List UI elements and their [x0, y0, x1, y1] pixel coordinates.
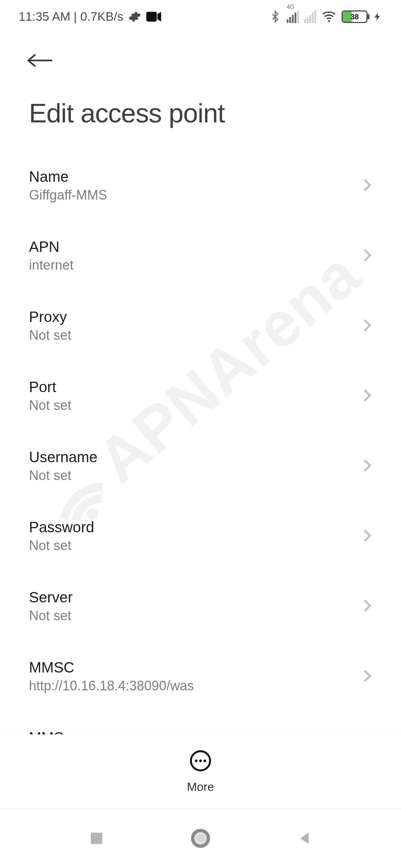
- row-value: Not set: [29, 398, 71, 413]
- wifi-icon: [322, 9, 336, 24]
- row-value: Not set: [29, 328, 71, 343]
- chevron-right-icon: [362, 598, 372, 615]
- row-title: Password: [29, 519, 94, 536]
- back-button[interactable]: [26, 46, 71, 76]
- status-left: 11:35 AM | 0.7KB/s: [19, 10, 161, 24]
- signal-4g-icon: 4G: [287, 10, 299, 23]
- row-title: Proxy: [29, 309, 71, 325]
- battery-indicator: 38: [342, 10, 368, 23]
- row-server[interactable]: Server Not set: [29, 571, 372, 641]
- svg-rect-8: [91, 833, 102, 844]
- row-value: Not set: [29, 538, 94, 553]
- row-password[interactable]: Password Not set: [29, 501, 372, 571]
- chevron-right-icon: [362, 247, 372, 264]
- header: [0, 33, 401, 76]
- nav-recents-button[interactable]: [84, 825, 110, 851]
- charging-icon: [373, 10, 382, 23]
- row-value: Not set: [29, 608, 73, 624]
- triangle-left-icon: [296, 830, 313, 847]
- svg-point-10: [195, 833, 206, 844]
- status-time-text: 11:35 AM | 0.7KB/s: [19, 10, 123, 24]
- more-button[interactable]: More: [187, 749, 214, 794]
- nav-bar: [0, 809, 401, 868]
- row-mmsc[interactable]: MMSC http://10.16.18.4:38090/was: [29, 641, 372, 711]
- circle-icon: [190, 828, 211, 849]
- chevron-right-icon: [362, 317, 372, 335]
- row-name[interactable]: Name Giffgaff-MMS: [29, 151, 372, 221]
- chevron-right-icon: [362, 457, 372, 475]
- signal-nosim-icon: [304, 10, 316, 23]
- nav-home-button[interactable]: [188, 825, 213, 851]
- bottom-action-bar: More: [0, 734, 401, 809]
- row-value: internet: [29, 257, 74, 273]
- row-apn[interactable]: APN internet: [29, 221, 372, 291]
- row-title: Port: [29, 379, 71, 395]
- row-title: APN: [29, 239, 74, 255]
- row-port[interactable]: Port Not set: [29, 361, 372, 431]
- row-value: http://10.16.18.4:38090/was: [29, 678, 194, 694]
- row-value: Giffgaff-MMS: [29, 187, 107, 203]
- svg-point-2: [328, 20, 330, 22]
- camera-icon: [146, 11, 161, 22]
- row-proxy[interactable]: Proxy Not set: [29, 291, 372, 361]
- chevron-right-icon: [362, 177, 372, 194]
- row-value: Not set: [29, 468, 98, 483]
- arrow-left-icon: [26, 52, 53, 70]
- svg-point-6: [199, 759, 202, 762]
- battery-percent: 38: [351, 13, 359, 21]
- more-circle-icon: [189, 749, 212, 773]
- row-title: MMSC: [29, 659, 194, 676]
- chevron-right-icon: [362, 527, 372, 545]
- page-title: Edit access point: [0, 76, 401, 151]
- status-right: 4G: [269, 9, 382, 24]
- more-label: More: [187, 780, 214, 794]
- row-title: Server: [29, 589, 73, 606]
- row-username[interactable]: Username Not set: [29, 431, 372, 501]
- chevron-right-icon: [362, 387, 372, 405]
- settings-list: Name Giffgaff-MMS APN internet Proxy Not…: [0, 151, 401, 782]
- square-icon: [88, 830, 105, 847]
- svg-point-7: [203, 759, 206, 762]
- status-bar: 11:35 AM | 0.7KB/s 4G: [0, 0, 401, 33]
- chevron-right-icon: [362, 668, 372, 685]
- nav-back-button[interactable]: [291, 825, 317, 851]
- svg-point-5: [195, 759, 198, 762]
- bluetooth-icon: [269, 10, 281, 23]
- network-label: 4G: [287, 4, 294, 10]
- screen: APNArena 11:35 AM | 0.7KB/s 4G: [0, 0, 401, 868]
- gear-icon: [128, 10, 141, 23]
- svg-rect-1: [146, 12, 157, 22]
- row-title: Username: [29, 449, 98, 466]
- row-title: Name: [29, 168, 107, 185]
